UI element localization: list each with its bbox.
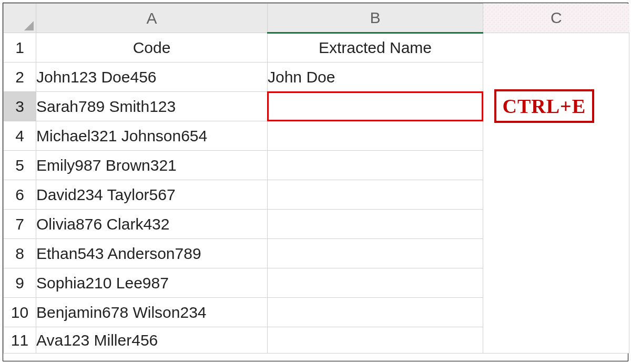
cell-B7[interactable] — [268, 210, 483, 239]
cell-A5[interactable]: Emily987 Brown321 — [36, 151, 268, 180]
cell-A3[interactable]: Sarah789 Smith123 — [36, 92, 268, 121]
cell-A8[interactable]: Ethan543 Anderson789 — [36, 239, 268, 268]
row-header-11[interactable]: 11 — [4, 327, 36, 353]
col-header-C[interactable]: C — [483, 4, 629, 33]
cell-A2[interactable]: John123 Doe456 — [36, 63, 268, 92]
cell-A9[interactable]: Sophia210 Lee987 — [36, 268, 268, 298]
cell-B4[interactable] — [268, 121, 483, 151]
row-header-4[interactable]: 4 — [4, 121, 36, 151]
header-code[interactable]: Code — [36, 33, 268, 63]
row-header-7[interactable]: 7 — [4, 210, 36, 239]
row-header-1[interactable]: 1 — [4, 33, 36, 63]
cell-A11[interactable]: Ava123 Miller456 — [36, 327, 268, 353]
cell-A4[interactable]: Michael321 Johnson654 — [36, 121, 268, 151]
row-header-3[interactable]: 3 — [4, 92, 36, 121]
cell-B9[interactable] — [268, 268, 483, 298]
cell-B6[interactable] — [268, 180, 483, 210]
column-header-row: A B C — [4, 4, 629, 33]
spreadsheet[interactable]: A B C 1 Code Extracted Name 2 John123 Do… — [3, 3, 628, 361]
select-all-triangle[interactable] — [4, 4, 36, 33]
shortcut-annotation: CTRL+E — [494, 89, 595, 123]
col-header-B[interactable]: B — [268, 4, 483, 33]
cell-B2[interactable]: John Doe — [268, 63, 483, 92]
grid-table: A B C 1 Code Extracted Name 2 John123 Do… — [3, 3, 629, 353]
row-header-8[interactable]: 8 — [4, 239, 36, 268]
row-header-5[interactable]: 5 — [4, 151, 36, 180]
cell-B3[interactable] — [268, 92, 483, 121]
cell-B5[interactable] — [268, 151, 483, 180]
row-header-10[interactable]: 10 — [4, 298, 36, 327]
cell-B10[interactable] — [268, 298, 483, 327]
row-header-2[interactable]: 2 — [4, 63, 36, 92]
header-extracted[interactable]: Extracted Name — [268, 33, 483, 63]
cell-A7[interactable]: Olivia876 Clark432 — [36, 210, 268, 239]
row-header-6[interactable]: 6 — [4, 180, 36, 210]
col-header-A[interactable]: A — [36, 4, 268, 33]
row-header-9[interactable]: 9 — [4, 268, 36, 298]
row-1: 1 Code Extracted Name — [4, 33, 629, 63]
cell-B8[interactable] — [268, 239, 483, 268]
cell-A10[interactable]: Benjamin678 Wilson234 — [36, 298, 268, 327]
cell-A6[interactable]: David234 Taylor567 — [36, 180, 268, 210]
col-C-body[interactable] — [483, 33, 629, 353]
cell-B11[interactable] — [268, 327, 483, 353]
